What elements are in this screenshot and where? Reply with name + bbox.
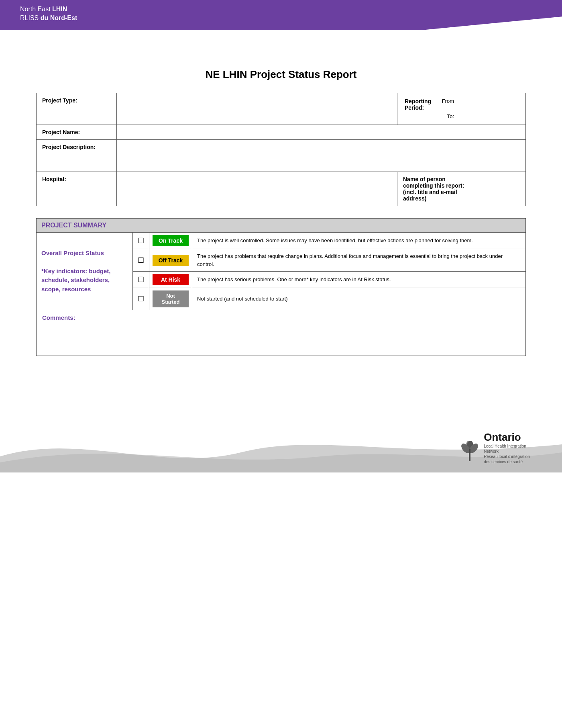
ontario-sub: Local Health Integration Network Réseau … xyxy=(484,444,530,464)
comments-label: Comments: xyxy=(42,314,75,321)
summary-header-row: PROJECT SUMMARY xyxy=(37,219,526,233)
not-started-badge: NotStarted xyxy=(153,290,189,307)
org-name-line1-regular: North East xyxy=(20,6,52,12)
not-started-checkbox[interactable]: ☐ xyxy=(133,288,149,310)
org-name-line2-bold: du Nord-Est xyxy=(41,14,77,21)
comments-row: Comments: xyxy=(37,310,526,356)
project-name-row: Project Name: xyxy=(37,125,526,140)
hospital-value[interactable] xyxy=(117,172,397,206)
project-name-value[interactable] xyxy=(117,125,526,140)
person-value[interactable] xyxy=(472,176,520,202)
ontario-text-block: Ontario Local Health Integration Network… xyxy=(484,431,530,464)
off-track-checkbox[interactable]: ☐ xyxy=(133,249,149,272)
hospital-row: Hospital: Name of person completing this… xyxy=(37,172,526,206)
to-label: To: xyxy=(440,112,456,121)
off-track-badge: Off Track xyxy=(153,255,189,266)
project-name-label: Project Name: xyxy=(37,125,117,140)
comments-value[interactable] xyxy=(42,323,520,352)
at-risk-badge: At Risk xyxy=(153,274,189,285)
overall-status-row: Overall Project Status *Key indicators: … xyxy=(37,233,526,249)
summary-table: PROJECT SUMMARY Overall Project Status *… xyxy=(36,218,526,356)
overall-status-label: Overall Project Status xyxy=(41,249,128,258)
reporting-period-table: Reporting Period: From To: xyxy=(403,97,520,121)
org-name-line2-regular: RLISS xyxy=(20,14,41,21)
project-type-value[interactable] xyxy=(117,93,397,125)
org-name-line1-bold: LHIN xyxy=(52,6,67,12)
on-track-checkbox[interactable]: ☐ xyxy=(133,233,149,249)
project-description-row: Project Description: xyxy=(37,140,526,172)
trillium-icon xyxy=(460,440,480,464)
footer-logo: Ontario Local Health Integration Network… xyxy=(460,431,530,464)
from-value[interactable] xyxy=(456,97,520,112)
from-label: From xyxy=(440,97,456,112)
status-left-label: Overall Project Status *Key indicators: … xyxy=(37,233,133,310)
header-purple-bar xyxy=(0,0,562,30)
on-track-badge: On Track xyxy=(153,235,189,246)
off-track-description: The project has problems that require ch… xyxy=(192,249,526,272)
project-description-value[interactable] xyxy=(117,140,526,172)
footer: Ontario Local Health Integration Network… xyxy=(0,408,562,472)
summary-header: PROJECT SUMMARY xyxy=(37,219,526,233)
header-logo: North East LHIN RLISS du Nord-Est xyxy=(20,5,77,23)
at-risk-checkbox[interactable]: ☐ xyxy=(133,272,149,288)
header: North East LHIN RLISS du Nord-Est xyxy=(0,0,562,44)
project-type-row: Project Type: Reporting Period: From xyxy=(37,93,526,125)
info-table: Project Type: Reporting Period: From xyxy=(36,93,526,206)
page-title: NE LHIN Project Status Report xyxy=(36,68,526,81)
ontario-label: Ontario xyxy=(484,431,530,444)
person-label: Name of person completing this report: (… xyxy=(403,176,464,202)
key-indicators-label: *Key indicators: budget, schedule, stake… xyxy=(41,267,128,294)
not-started-description: Not started (and not scheduled to start) xyxy=(192,288,526,310)
at-risk-description: The project has serious problems. One or… xyxy=(192,272,526,288)
person-cell: Name of person completing this report: (… xyxy=(397,172,526,206)
hospital-label: Hospital: xyxy=(37,172,117,206)
svg-rect-4 xyxy=(469,449,470,461)
on-track-description: The project is well controlled. Some iss… xyxy=(192,233,526,249)
main-content: NE LHIN Project Status Report Project Ty… xyxy=(0,44,562,384)
reporting-period-label: Reporting Period: xyxy=(405,98,431,111)
project-description-label: Project Description: xyxy=(37,140,117,172)
project-type-label: Project Type: xyxy=(37,93,117,125)
to-value[interactable] xyxy=(456,112,520,121)
